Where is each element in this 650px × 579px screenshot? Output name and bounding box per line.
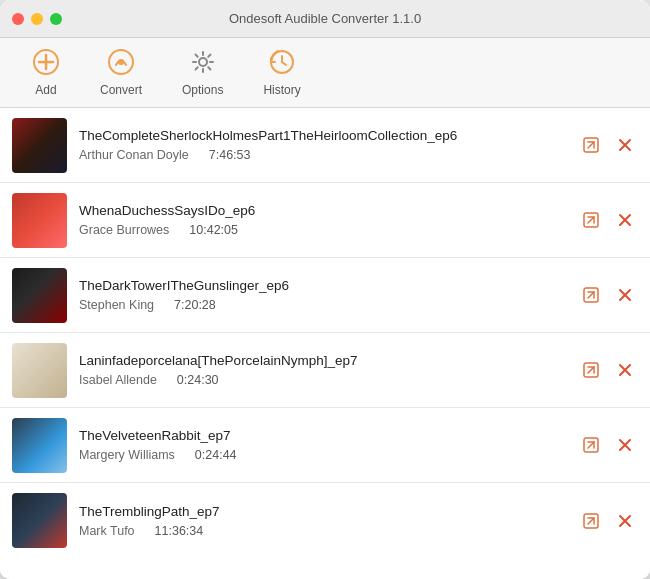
maximize-button[interactable]	[50, 13, 62, 25]
book-duration: 0:24:30	[177, 373, 219, 387]
book-author: Grace Burrowes	[79, 223, 169, 237]
book-row: WhenaDuchessSaysIDo_ep6 Grace Burrowes 1…	[0, 183, 650, 258]
window-controls	[12, 13, 62, 25]
book-title: TheDarkTowerITheGunslinger_ep6	[79, 278, 568, 293]
book-actions	[578, 207, 638, 233]
toolbar-options[interactable]: Options	[166, 44, 239, 101]
delete-button[interactable]	[612, 207, 638, 233]
book-author: Stephen King	[79, 298, 154, 312]
svg-line-16	[588, 292, 594, 298]
toolbar-add[interactable]: Add	[16, 44, 76, 101]
minimize-button[interactable]	[31, 13, 43, 25]
book-title: Laninfadeporcelana[ThePorcelainNymph]_ep…	[79, 353, 568, 368]
book-meta: Stephen King 7:20:28	[79, 298, 568, 312]
svg-line-20	[588, 367, 594, 373]
book-row: TheVelveteenRabbit_ep7 Margery Williams …	[0, 408, 650, 483]
add-label: Add	[35, 83, 56, 97]
book-cover	[12, 268, 67, 323]
export-button[interactable]	[578, 207, 604, 233]
svg-line-8	[588, 142, 594, 148]
book-row: TheCompleteSherlockHolmesPart1TheHeirloo…	[0, 108, 650, 183]
book-row: TheDarkTowerITheGunslinger_ep6 Stephen K…	[0, 258, 650, 333]
add-icon	[32, 48, 60, 80]
history-icon	[268, 48, 296, 80]
options-label: Options	[182, 83, 223, 97]
book-cover	[12, 493, 67, 548]
book-duration: 7:46:53	[209, 148, 251, 162]
delete-button[interactable]	[612, 432, 638, 458]
book-title: TheCompleteSherlockHolmesPart1TheHeirloo…	[79, 128, 568, 143]
toolbar-history[interactable]: History	[247, 44, 316, 101]
delete-button[interactable]	[612, 282, 638, 308]
book-cover	[12, 193, 67, 248]
book-duration: 0:24:44	[195, 448, 237, 462]
svg-line-12	[588, 217, 594, 223]
book-title: TheVelveteenRabbit_ep7	[79, 428, 568, 443]
book-author: Margery Williams	[79, 448, 175, 462]
svg-point-5	[199, 58, 207, 66]
book-actions	[578, 357, 638, 383]
book-info: TheVelveteenRabbit_ep7 Margery Williams …	[79, 428, 568, 462]
book-title: TheTremblingPath_ep7	[79, 504, 568, 519]
book-author: Mark Tufo	[79, 524, 135, 538]
book-row: Laninfadeporcelana[ThePorcelainNymph]_ep…	[0, 333, 650, 408]
book-list: TheCompleteSherlockHolmesPart1TheHeirloo…	[0, 108, 650, 579]
book-meta: Margery Williams 0:24:44	[79, 448, 568, 462]
book-actions	[578, 508, 638, 534]
book-cover	[12, 118, 67, 173]
export-button[interactable]	[578, 282, 604, 308]
delete-button[interactable]	[612, 357, 638, 383]
history-label: History	[263, 83, 300, 97]
book-duration: 11:36:34	[155, 524, 204, 538]
book-duration: 7:20:28	[174, 298, 216, 312]
close-button[interactable]	[12, 13, 24, 25]
delete-button[interactable]	[612, 132, 638, 158]
toolbar: Add Convert Options	[0, 38, 650, 108]
export-button[interactable]	[578, 357, 604, 383]
book-info: WhenaDuchessSaysIDo_ep6 Grace Burrowes 1…	[79, 203, 568, 237]
book-duration: 10:42:05	[189, 223, 238, 237]
book-row: TheTremblingPath_ep7 Mark Tufo 11:36:34	[0, 483, 650, 558]
book-info: Laninfadeporcelana[ThePorcelainNymph]_ep…	[79, 353, 568, 387]
book-meta: Isabel Allende 0:24:30	[79, 373, 568, 387]
gear-icon	[189, 48, 217, 80]
svg-line-24	[588, 442, 594, 448]
svg-line-28	[588, 518, 594, 524]
main-window: Ondesoft Audible Converter 1.1.0 Add	[0, 0, 650, 579]
book-author: Arthur Conan Doyle	[79, 148, 189, 162]
export-button[interactable]	[578, 132, 604, 158]
delete-button[interactable]	[612, 508, 638, 534]
export-button[interactable]	[578, 432, 604, 458]
book-meta: Grace Burrowes 10:42:05	[79, 223, 568, 237]
book-meta: Arthur Conan Doyle 7:46:53	[79, 148, 568, 162]
toolbar-convert[interactable]: Convert	[84, 44, 158, 101]
window-title: Ondesoft Audible Converter 1.1.0	[229, 11, 421, 26]
book-actions	[578, 282, 638, 308]
book-info: TheDarkTowerITheGunslinger_ep6 Stephen K…	[79, 278, 568, 312]
book-info: TheTremblingPath_ep7 Mark Tufo 11:36:34	[79, 504, 568, 538]
convert-icon	[107, 48, 135, 80]
book-cover	[12, 418, 67, 473]
convert-label: Convert	[100, 83, 142, 97]
book-meta: Mark Tufo 11:36:34	[79, 524, 568, 538]
book-info: TheCompleteSherlockHolmesPart1TheHeirloo…	[79, 128, 568, 162]
svg-point-4	[118, 59, 124, 65]
title-bar: Ondesoft Audible Converter 1.1.0	[0, 0, 650, 38]
export-button[interactable]	[578, 508, 604, 534]
book-actions	[578, 132, 638, 158]
book-title: WhenaDuchessSaysIDo_ep6	[79, 203, 568, 218]
book-cover	[12, 343, 67, 398]
book-author: Isabel Allende	[79, 373, 157, 387]
book-actions	[578, 432, 638, 458]
